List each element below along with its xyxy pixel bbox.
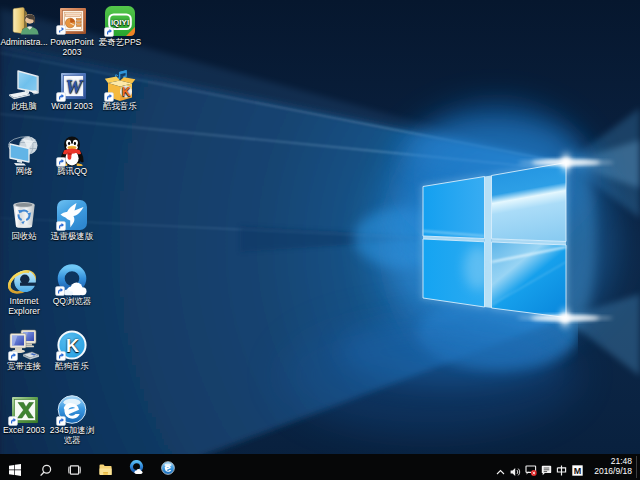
svg-text:iQIYI: iQIYI [111, 18, 129, 27]
svg-text:K: K [122, 85, 131, 99]
svg-text:W: W [66, 76, 84, 97]
svg-text:M: M [574, 466, 582, 476]
svg-text:K: K [66, 336, 79, 356]
